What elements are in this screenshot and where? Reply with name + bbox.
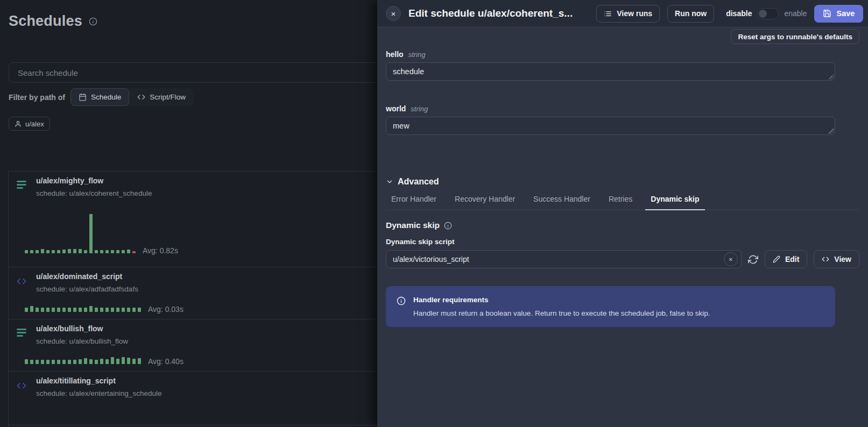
chevron-down-icon [386,178,393,186]
enable-toggle[interactable] [757,8,779,19]
info-icon [397,296,406,317]
handler-requirements-callout: Handler requirements Handler must return… [386,286,835,327]
schedule-path: schedule: u/alex/entertaining_schedule [36,389,161,397]
toggle-knob [759,10,767,18]
tab-recovery-handler[interactable]: Recovery Handler [449,195,520,210]
close-icon: × [729,255,733,264]
advanced-section-title: Advanced [398,177,439,187]
filter-script-flow-button[interactable]: Script/Flow [129,88,194,106]
info-icon[interactable] [444,222,452,230]
field-name-hello: hello [386,50,404,59]
callout-body: Handler must return a boolean value. Ret… [413,309,710,317]
schedule-path: schedule: u/alex/coherent_schedule [36,189,152,197]
advanced-tabs: Error Handler Recovery Handler Success H… [386,195,859,210]
filter-script-flow-label: Script/Flow [150,93,186,101]
pencil-icon [773,255,780,263]
save-icon [823,9,831,18]
edit-label: Edit [785,255,799,264]
refresh-button[interactable] [748,254,758,265]
close-icon: × [391,9,396,18]
filter-by-path-label: Filter by path of [9,93,65,102]
filter-kind-segmented: Schedule Script/Flow [70,88,194,106]
disable-label: disable [726,9,752,18]
schedule-path: schedule: u/alex/adfadfadfsdafs [36,285,138,293]
avg-duration-label: Avg: 0.82s [143,246,178,255]
avg-duration-label: Avg: 0.03s [148,305,184,314]
flow-icon [17,324,29,345]
code-icon [822,255,829,263]
dynamic-skip-script-input[interactable]: u/alex/victorious_script × [386,250,742,268]
runs-histogram[interactable] [25,357,141,364]
dynamic-skip-script-label: Dynamic skip script [386,238,859,246]
callout-title: Handler requirements [413,296,710,304]
user-icon [15,120,22,127]
schedule-name: u/alex/dominated_script [36,272,138,281]
runs-histogram[interactable] [25,214,136,253]
code-icon [137,93,145,101]
filter-schedule-label: Schedule [91,93,121,101]
calendar-icon [79,93,87,101]
drawer-header: × Edit schedule u/alex/coherent_s... Vie… [377,0,868,27]
schedule-name: u/alex/titillating_script [36,376,161,385]
owner-chip-label: u/alex [25,120,44,128]
view-runs-label: View runs [617,9,652,18]
field-type: string [411,105,428,113]
hello-field[interactable]: schedule [386,62,835,81]
field-name-world: world [386,104,406,113]
schedule-name: u/alex/bullish_flow [36,324,128,333]
tab-error-handler[interactable]: Error Handler [386,195,442,210]
tab-retries[interactable]: Retries [603,195,638,210]
view-runs-button[interactable]: View runs [596,5,660,23]
filter-schedule-button[interactable]: Schedule [70,88,129,106]
clear-script-button[interactable]: × [724,252,738,266]
save-button[interactable]: Save [814,5,863,23]
list-icon [604,10,612,18]
view-label: View [834,255,851,264]
view-script-button[interactable]: View [814,250,859,268]
page-title: Schedules [9,13,82,30]
advanced-section-toggle[interactable]: Advanced [386,177,859,187]
field-type: string [408,51,426,59]
reset-args-button[interactable]: Reset args to runnable's defaults [731,29,859,44]
dynamic-skip-title: Dynamic skip [386,220,440,230]
flow-icon [17,176,29,197]
script-path-value: u/alex/victorious_script [393,255,724,264]
drawer-title: Edit schedule u/alex/coherent_s... [408,8,573,19]
tab-success-handler[interactable]: Success Handler [528,195,596,210]
run-now-label: Run now [675,9,707,18]
schedule-name: u/alex/mighty_flow [36,176,152,185]
close-drawer-button[interactable]: × [386,6,401,21]
edit-script-button[interactable]: Edit [765,250,807,268]
save-label: Save [836,9,855,18]
avg-duration-label: Avg: 0.40s [148,357,184,366]
runs-histogram[interactable] [25,306,141,312]
world-field[interactable]: mew [386,117,835,135]
enable-label: enable [784,9,807,18]
script-icon [17,272,29,293]
owner-filter-chip[interactable]: u/alex [9,117,50,131]
edit-schedule-drawer: × Edit schedule u/alex/coherent_s... Vie… [377,0,868,427]
run-now-button[interactable]: Run now [667,5,714,23]
script-icon [17,376,29,397]
info-icon[interactable] [89,17,97,26]
schedule-path: schedule: u/alex/bullish_flow [36,337,128,345]
tab-dynamic-skip[interactable]: Dynamic skip [645,195,704,210]
enable-toggle-group: disable enable [726,8,807,19]
